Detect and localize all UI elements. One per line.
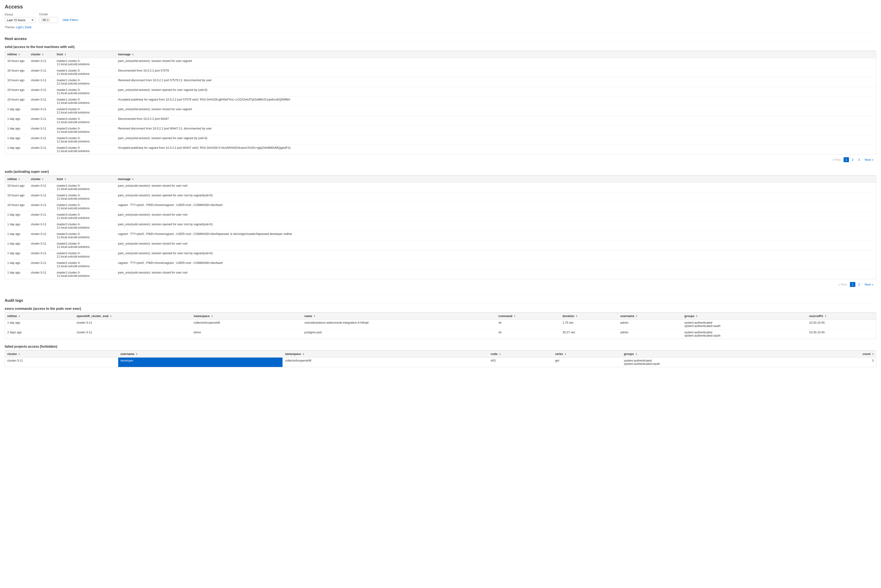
sudo-cluster: cluster-3-11 bbox=[29, 212, 54, 221]
execs-col-groups[interactable]: groups ⇕ bbox=[682, 313, 807, 320]
audit-logs-title: Audit logs bbox=[5, 298, 876, 304]
execs-reltime: 2 days ago bbox=[5, 329, 74, 339]
period-select[interactable]: Last 72 hours Last 24 hours Last 7 days … bbox=[5, 17, 35, 23]
sshd-page-3[interactable]: 3 bbox=[856, 157, 862, 162]
fp-col-username[interactable]: username ⇕ bbox=[118, 351, 283, 357]
execs-col-duration[interactable]: duration ⇕ bbox=[560, 313, 618, 320]
execs-col-namespace[interactable]: namespace ⇕ bbox=[191, 313, 302, 320]
fp-col-groups[interactable]: groups ⇕ bbox=[621, 351, 807, 357]
execs-col-sourceips[interactable]: sourceIPs ⇕ bbox=[807, 313, 876, 320]
fp-verbs-sort: ⇕ bbox=[564, 353, 566, 356]
sudo-section: sudo (activating super user) reltime ⇕ c… bbox=[5, 170, 876, 289]
sudo-cluster: cluster-3-11 bbox=[29, 192, 54, 202]
sshd-reltime: 19 hours ago bbox=[5, 87, 29, 96]
fp-col-cluster[interactable]: cluster ⇕ bbox=[5, 351, 118, 357]
execs-name: postgres-pod bbox=[302, 329, 496, 339]
table-row: 19 hours ago cluster-3-11 master1.cluste… bbox=[5, 192, 876, 202]
sudo-cluster: cluster-3-11 bbox=[29, 270, 54, 279]
execs-groups: system:authenticated system:authenticate… bbox=[682, 329, 807, 339]
fp-col-namespace[interactable]: namespace ⇕ bbox=[282, 351, 488, 357]
sshd-cluster: cluster-3-11 bbox=[29, 87, 54, 96]
sshd-host: master3.cluster-3-11.local.outcold.solut… bbox=[54, 135, 116, 145]
theme-row: Theme: Light | Dark bbox=[5, 26, 876, 29]
table-row: 19 hours ago cluster-3-11 master1.cluste… bbox=[5, 87, 876, 96]
execs-sourceips: 10.30.10.45 bbox=[807, 329, 876, 339]
sudo-col-host[interactable]: host ⇕ bbox=[54, 176, 116, 183]
execs-col-reltime[interactable]: reltime ⇕ bbox=[5, 313, 74, 320]
sshd-col-host[interactable]: host ⇕ bbox=[54, 51, 116, 58]
sudo-cluster: cluster-3-11 bbox=[29, 241, 54, 250]
theme-dark-link[interactable]: Dark bbox=[25, 26, 32, 29]
sudo-message: vagrant : TTY=pts/0 ; PWD=/home/vagrant … bbox=[116, 202, 876, 212]
sshd-reltime: 1 day ago bbox=[5, 135, 29, 145]
fp-col-code[interactable]: code ⇕ bbox=[488, 351, 553, 357]
sudo-cluster-sort-icon: ⇕ bbox=[42, 178, 44, 180]
execs-col-command[interactable]: command ⇕ bbox=[496, 313, 560, 320]
failed-projects-table-wrapper: cluster ⇕ username ⇕ namespace ⇕ bbox=[5, 350, 876, 367]
table-row: cluster-3-11 developer collectorforopens… bbox=[5, 357, 876, 367]
sudo-col-cluster[interactable]: cluster ⇕ bbox=[29, 176, 54, 183]
cluster-filter-box[interactable]: All ✕ bbox=[39, 17, 58, 23]
fp-code-sort: ⇕ bbox=[499, 353, 501, 356]
sudo-cluster: cluster-3-11 bbox=[29, 183, 54, 192]
sudo-tbody: 18 hours ago cluster-3-11 master1.cluste… bbox=[5, 183, 876, 279]
sshd-page-1[interactable]: 1 bbox=[843, 157, 849, 162]
sudo-col-reltime[interactable]: reltime ⇕ bbox=[5, 176, 29, 183]
fp-col-count[interactable]: count ⇕ bbox=[807, 351, 876, 357]
execs-username-sort: ⇕ bbox=[635, 315, 637, 318]
fp-col-verbs[interactable]: verbs ⇕ bbox=[553, 351, 621, 357]
sudo-host: master2.cluster-3-11.local.outcold.solut… bbox=[54, 260, 116, 270]
theme-light-link[interactable]: Light bbox=[16, 26, 23, 29]
execs-col-username[interactable]: username ⇕ bbox=[618, 313, 682, 320]
sudo-reltime: 1 day ago bbox=[5, 270, 29, 279]
execs-cluster: cluster-3-11 bbox=[74, 329, 191, 339]
sudo-message: pam_unix(sudo:session): session opened f… bbox=[116, 250, 876, 260]
sshd-col-cluster[interactable]: cluster ⇕ bbox=[29, 51, 54, 58]
sudo-next[interactable]: Next » bbox=[863, 282, 875, 287]
sshd-message: Received disconnect from 10.0.2.2 port 6… bbox=[116, 126, 876, 135]
sudo-message-sort-icon: ⇕ bbox=[132, 178, 134, 180]
hide-filters-link[interactable]: Hide Filters bbox=[63, 18, 78, 22]
sshd-page-2[interactable]: 2 bbox=[850, 157, 855, 162]
execs-namespace: demo bbox=[191, 329, 302, 339]
sshd-next[interactable]: Next » bbox=[863, 157, 875, 162]
cluster-tag-close[interactable]: ✕ bbox=[47, 19, 49, 22]
sudo-host: master3.cluster-3-11.local.outcold.solut… bbox=[54, 231, 116, 241]
sshd-prev[interactable]: « Prev bbox=[830, 157, 843, 162]
sudo-page-2[interactable]: 2 bbox=[856, 282, 862, 287]
sudo-pagination: « Prev 1 2 Next » bbox=[5, 280, 876, 289]
sudo-host: master2.cluster-3-11.local.outcold.solut… bbox=[54, 241, 116, 250]
sudo-page-1[interactable]: 1 bbox=[850, 282, 855, 287]
host-sort-icon: ⇕ bbox=[64, 53, 66, 56]
table-row: 19 hours ago cluster-3-11 master1.cluste… bbox=[5, 96, 876, 106]
table-row: 1 day ago cluster-3-11 master1.cluster-3… bbox=[5, 270, 876, 279]
sshd-col-message[interactable]: message ⇕ bbox=[116, 51, 876, 58]
sshd-host: master3.cluster-3-11.local.outcold.solut… bbox=[54, 106, 116, 116]
sshd-host: master1.cluster-3-11.local.outcold.solut… bbox=[54, 77, 116, 87]
cluster-label: Cluster bbox=[39, 13, 58, 16]
sudo-prev[interactable]: « Prev bbox=[836, 282, 849, 287]
audit-logs-divider bbox=[5, 294, 876, 295]
fp-count: 3 bbox=[807, 357, 876, 367]
execs-section: execs commands (access to the pods over … bbox=[5, 307, 876, 339]
sudo-col-message[interactable]: message ⇕ bbox=[116, 176, 876, 183]
sudo-reltime-sort-icon: ⇕ bbox=[18, 178, 20, 180]
period-label: Period bbox=[5, 13, 35, 16]
table-row: 1 day ago cluster-3-11 collectorforopens… bbox=[5, 320, 876, 329]
sudo-message: pam_unix(sudo:session): session closed f… bbox=[116, 241, 876, 250]
sshd-table: reltime ⇕ cluster ⇕ host ⇕ bbox=[5, 51, 876, 154]
execs-tbody: 1 day ago cluster-3-11 collectorforopens… bbox=[5, 320, 876, 339]
fp-verbs: get bbox=[553, 357, 621, 367]
fp-cluster: cluster-3-11 bbox=[5, 357, 118, 367]
sshd-message: Disconnected from 10.0.2.2 port 57579 bbox=[116, 68, 876, 77]
sshd-reltime: 1 day ago bbox=[5, 106, 29, 116]
sudo-message: pam_unix(sudo:session): session closed f… bbox=[116, 212, 876, 221]
execs-col-name[interactable]: name ⇕ bbox=[302, 313, 496, 320]
execs-col-cluster[interactable]: openshift_cluster_eval ⇕ bbox=[74, 313, 191, 320]
sshd-col-reltime[interactable]: reltime ⇕ bbox=[5, 51, 29, 58]
sshd-cluster: cluster-3-11 bbox=[29, 126, 54, 135]
sudo-host: master1.cluster-3-11.local.outcold.solut… bbox=[54, 202, 116, 212]
host-access-section: Host access sshd (access to the host mac… bbox=[5, 37, 876, 289]
execs-namespace: collectorforopenshift bbox=[191, 320, 302, 329]
sudo-cluster: cluster-3-11 bbox=[29, 202, 54, 212]
